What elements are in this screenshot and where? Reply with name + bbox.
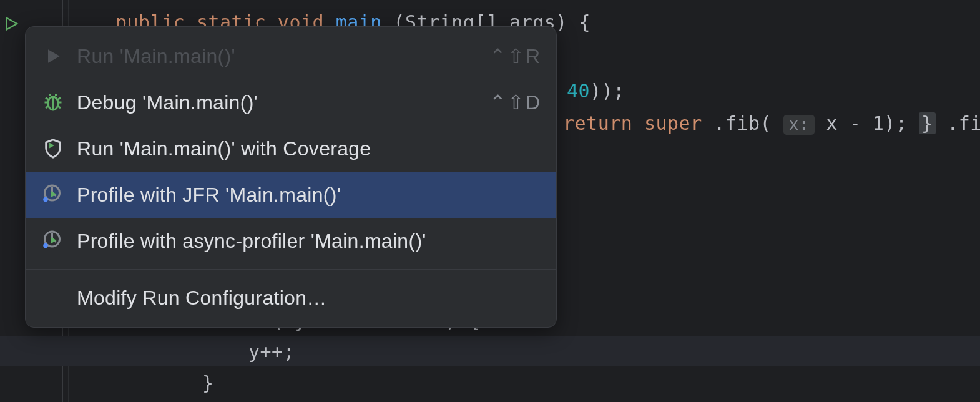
menu-item-debug[interactable]: Debug 'Main.main()' ⌃⇧D xyxy=(26,79,556,125)
menu-item-label: Profile with async-profiler 'Main.main()… xyxy=(77,230,541,253)
bug-icon xyxy=(41,90,66,115)
code-line: } xyxy=(202,372,214,394)
menu-item-run[interactable]: Run 'Main.main()' ⌃⇧R xyxy=(26,33,556,79)
code-line: return super .fib( x: x - 1); } .fib( x:… xyxy=(563,112,980,134)
svg-line-5 xyxy=(58,98,61,100)
svg-line-7 xyxy=(58,106,61,108)
empty-icon xyxy=(41,285,66,310)
menu-divider xyxy=(26,269,556,270)
menu-item-coverage[interactable]: Run 'Main.main()' with Coverage xyxy=(26,125,556,172)
menu-item-label: Modify Run Configuration… xyxy=(77,287,541,310)
profiler-async-icon xyxy=(41,228,66,253)
svg-line-6 xyxy=(46,106,49,108)
svg-line-4 xyxy=(46,98,49,100)
current-line-highlight xyxy=(0,336,980,366)
menu-item-profile-async[interactable]: Profile with async-profiler 'Main.main()… xyxy=(26,218,556,264)
menu-item-profile-jfr[interactable]: Profile with JFR 'Main.main()' xyxy=(26,172,556,218)
menu-item-modify-run-config[interactable]: Modify Run Configuration… xyxy=(26,275,556,321)
run-gutter-icon[interactable] xyxy=(3,15,21,37)
svg-point-11 xyxy=(43,197,48,202)
menu-item-label: Profile with JFR 'Main.main()' xyxy=(77,184,541,207)
profiler-jfr-icon xyxy=(41,182,66,207)
menu-item-shortcut: ⌃⇧R xyxy=(489,44,541,68)
svg-point-15 xyxy=(43,243,48,248)
menu-item-label: Run 'Main.main()' with Coverage xyxy=(77,137,541,160)
menu-item-label: Debug 'Main.main()' xyxy=(77,91,489,114)
play-icon xyxy=(41,44,66,69)
menu-item-label: Run 'Main.main()' xyxy=(77,45,489,68)
code-line: 40)); xyxy=(567,80,625,102)
run-context-menu: Run 'Main.main()' ⌃⇧R Debug 'Main.main()… xyxy=(25,26,557,328)
shield-play-icon xyxy=(41,136,66,161)
code-line: y++; xyxy=(248,341,295,363)
menu-item-shortcut: ⌃⇧D xyxy=(489,91,541,114)
